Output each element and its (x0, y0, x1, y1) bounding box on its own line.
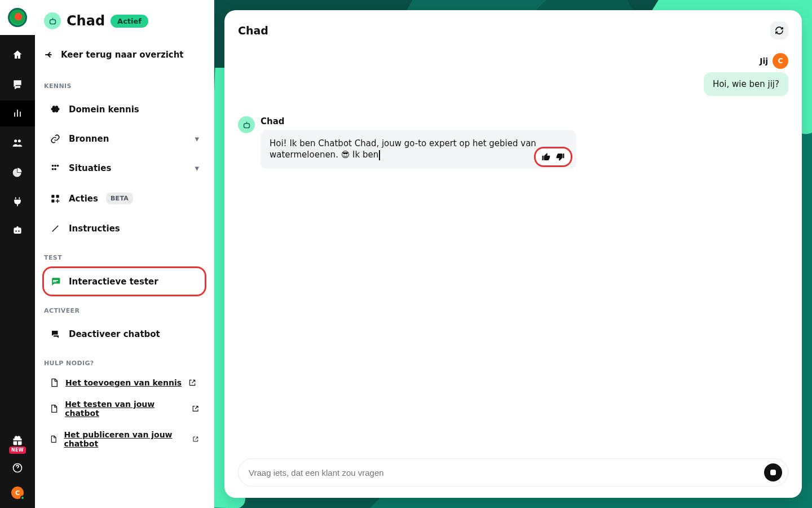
svg-rect-8 (56, 195, 59, 198)
refresh-button[interactable] (770, 21, 788, 40)
rail-user-avatar[interactable]: C (11, 487, 24, 499)
doc-icon (50, 435, 57, 444)
chevron-down-icon: ▾ (195, 163, 199, 173)
svg-point-4 (57, 165, 59, 167)
rail-gift-icon[interactable]: NEW (0, 432, 35, 449)
bot-message-row: Chad Hoi! Ik ben Chatbot Chad, jouw go-t… (238, 116, 621, 169)
sidebar-item-situations[interactable]: Situaties ▾ (44, 155, 205, 181)
wand-icon (50, 224, 61, 234)
rail-users-icon[interactable] (0, 134, 35, 151)
doc-icon (50, 378, 59, 387)
gift-new-badge: NEW (9, 446, 26, 454)
rail-chat-icon[interactable] (0, 76, 35, 93)
external-icon (192, 435, 199, 443)
thumbs-down-icon[interactable] (555, 152, 565, 162)
sidebar-item-domain[interactable]: Domein kennis (44, 97, 205, 122)
sidebar-item-deactivate[interactable]: Deactiveer chatbot (44, 321, 205, 347)
status-pill: Actief (111, 15, 148, 28)
section-activate: ACTIVEER (44, 307, 205, 314)
svg-point-2 (52, 165, 54, 167)
svg-rect-1 (50, 19, 55, 24)
rail-bot-icon[interactable] (0, 222, 35, 239)
external-icon (188, 379, 196, 387)
typing-cursor-icon (379, 150, 380, 160)
stop-button[interactable] (764, 463, 782, 481)
chat-bubble-icon (50, 276, 61, 287)
help-link-publish-bot[interactable]: Het publiceren van jouw chatbot (44, 426, 205, 453)
rail-help-icon[interactable] (0, 459, 35, 476)
composer-input[interactable] (248, 467, 758, 478)
brain-icon (50, 104, 61, 115)
doc-icon (50, 404, 58, 413)
main: Chad Jij C Hoi, wie ben jij? Chad (214, 0, 812, 508)
section-knowledge: KENNIS (44, 82, 205, 90)
chat-icon (50, 329, 61, 339)
user-message-row: Jij C Hoi, wie ben jij? (238, 53, 788, 96)
bot-text: Hoi! Ik ben Chatbot Chad, jouw go-to exp… (270, 138, 536, 160)
sidebar-item-actions[interactable]: Acties BETA (44, 185, 205, 212)
section-help: HULP NODIG? (44, 360, 205, 367)
composer (238, 458, 788, 487)
apps-icon (50, 194, 61, 204)
bot-name: Chad (67, 13, 105, 29)
help-link-test-bot[interactable]: Het testen van jouw chatbot (44, 395, 205, 422)
rail-plug-icon[interactable] (0, 193, 35, 210)
chat-title: Chad (238, 24, 268, 37)
thumbs-up-icon[interactable] (541, 152, 551, 162)
svg-rect-10 (244, 123, 249, 128)
app-logo[interactable] (0, 0, 35, 35)
chevron-down-icon: ▾ (195, 134, 199, 144)
user-avatar: C (773, 53, 788, 69)
section-test: TEST (44, 254, 205, 261)
sidebar-item-tester[interactable]: Interactieve tester (44, 268, 205, 295)
sidebar: Chad Actief Keer terug naar overzicht KE… (35, 0, 214, 508)
sidebar-header: Chad Actief (44, 12, 205, 29)
svg-point-6 (54, 168, 56, 170)
sidebar-item-sources[interactable]: Bronnen ▾ (44, 126, 205, 152)
sidebar-item-instructions[interactable]: Instructies (44, 216, 205, 242)
svg-rect-7 (51, 195, 54, 198)
back-link[interactable]: Keer terug naar overzicht (44, 50, 205, 60)
stop-icon (770, 470, 776, 475)
svg-point-3 (54, 165, 56, 167)
you-label: Jij (760, 56, 768, 65)
svg-rect-9 (51, 199, 54, 202)
beta-badge: BETA (106, 192, 133, 204)
bot-bubble: Hoi! Ik ben Chatbot Chad, jouw go-to exp… (261, 130, 576, 169)
bot-avatar (238, 116, 255, 133)
rail-piechart-icon[interactable] (0, 164, 35, 181)
external-icon (192, 405, 199, 413)
svg-point-5 (52, 168, 54, 170)
grid-icon (50, 163, 61, 173)
feedback-bar (536, 148, 571, 165)
icon-rail: NEW C (0, 0, 35, 508)
presence-dot-icon (20, 496, 25, 500)
refresh-icon (775, 26, 784, 35)
rail-analytics-icon[interactable] (0, 105, 35, 122)
help-link-add-knowledge[interactable]: Het toevoegen van kennis (44, 374, 205, 392)
link-icon (50, 134, 61, 144)
chat-panel: Chad Jij C Hoi, wie ben jij? Chad (224, 10, 802, 498)
bot-avatar (44, 12, 61, 29)
user-bubble: Hoi, wie ben jij? (704, 72, 788, 96)
chat-scroll[interactable]: Jij C Hoi, wie ben jij? Chad Hoi! Ik ben… (238, 51, 788, 453)
rail-home-icon[interactable] (0, 46, 35, 63)
bot-name-label: Chad (261, 116, 621, 126)
